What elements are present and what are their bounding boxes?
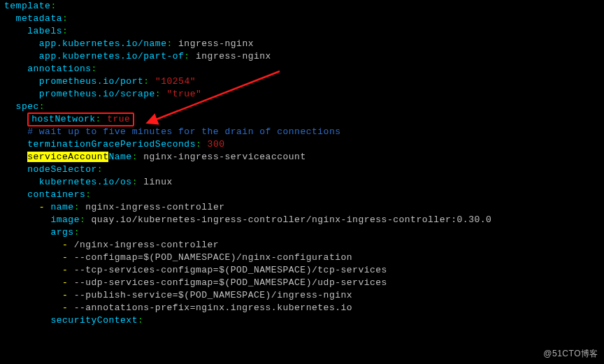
watermark-text: @51CTO博客	[543, 347, 598, 360]
host-network-highlight-box: hostNetwork: true	[27, 112, 134, 126]
yaml-colon: :	[39, 101, 45, 112]
yaml-key: annotations	[27, 64, 91, 74]
code-line: template:	[4, 0, 600, 13]
yaml-string-value: "10254"	[155, 76, 196, 87]
yaml-list-dash: -	[39, 202, 51, 212]
yaml-colon: :	[85, 189, 91, 200]
code-line: args:	[4, 226, 600, 239]
yaml-key: prometheus.io/port	[39, 76, 143, 87]
code-line: - --tcp-services-configmap=$(POD_NAMESPA…	[4, 264, 600, 277]
yaml-key: labels	[27, 26, 62, 36]
yaml-colon: :	[62, 26, 68, 36]
code-line: - name: nginx-ingress-controller	[4, 201, 600, 214]
yaml-key: terminationGracePeriodSeconds	[27, 139, 196, 150]
yaml-value: ingress-nginx	[190, 51, 271, 61]
yaml-key: Name	[108, 152, 131, 162]
yaml-key: securityContext	[50, 315, 138, 326]
code-line: image: quay.io/kubernetes-ingress-contro…	[4, 214, 600, 226]
yaml-key: args	[50, 227, 73, 238]
yaml-key: prometheus.io/scrape	[39, 89, 155, 99]
yaml-value: nginx-ingress-controller	[80, 202, 225, 212]
yaml-colon: :	[155, 89, 161, 99]
yaml-key: spec	[16, 101, 39, 112]
yaml-code-block: template: metadata: labels: app.kubernet…	[0, 0, 604, 327]
yaml-value: nginx-ingress-serviceaccount	[138, 152, 306, 162]
yaml-colon: :	[74, 227, 80, 238]
yaml-colon: :	[132, 152, 138, 162]
yaml-key: app.kubernetes.io/name	[39, 38, 167, 49]
code-line: serviceAccountName: nginx-ingress-servic…	[4, 151, 600, 163]
yaml-colon: :	[184, 51, 189, 61]
code-line: terminationGracePeriodSeconds: 300	[4, 138, 600, 151]
yaml-comment: # wait up to five minutes for the drain …	[27, 126, 340, 137]
yaml-colon: :	[80, 214, 85, 225]
yaml-key: app.kubernetes.io/part-of	[39, 51, 185, 61]
yaml-value	[150, 76, 155, 87]
code-line: metadata:	[4, 13, 600, 25]
yaml-value: --configmap=$(POD_NAMESPACE)/nginx-confi…	[74, 252, 352, 263]
code-line: containers:	[4, 189, 600, 201]
yaml-list-dash: -	[62, 277, 74, 288]
code-line: annotations:	[4, 63, 600, 75]
yaml-number-value: 300	[208, 139, 225, 150]
code-line: prometheus.io/scrape: "true"	[4, 88, 600, 101]
yaml-value: --publish-service=$(POD_NAMESPACE)/ingre…	[74, 290, 352, 300]
code-line: prometheus.io/port: "10254"	[4, 75, 600, 88]
yaml-colon: :	[138, 315, 143, 326]
code-line: nodeSelector:	[4, 163, 600, 176]
yaml-value	[101, 114, 107, 124]
yaml-list-dash: -	[62, 290, 74, 300]
yaml-string-value: "true"	[166, 89, 201, 99]
yaml-number-value: true	[107, 114, 130, 124]
code-line: - --annotations-prefix=nginx.ingress.kub…	[4, 302, 600, 314]
yaml-list-dash: -	[62, 252, 74, 263]
yaml-value: linux	[138, 177, 173, 187]
yaml-key: image	[50, 214, 80, 225]
yaml-key: name	[50, 202, 73, 212]
code-line: - --publish-service=$(POD_NAMESPACE)/ing…	[4, 289, 600, 302]
code-line: securityContext:	[4, 314, 600, 327]
yaml-colon: :	[62, 13, 68, 24]
code-line: spec:	[4, 101, 600, 113]
yaml-list-dash: -	[62, 265, 74, 275]
yaml-value: --tcp-services-configmap=$(POD_NAMESPACE…	[74, 265, 387, 275]
yaml-colon: :	[74, 202, 80, 212]
yaml-colon: :	[50, 1, 56, 11]
yaml-value: --udp-services-configmap=$(POD_NAMESPACE…	[74, 277, 387, 288]
code-line: # wait up to five minutes for the drain …	[4, 126, 600, 138]
yaml-value: ingress-nginx	[173, 38, 254, 49]
yaml-list-dash: -	[62, 240, 74, 250]
yaml-key: nodeSelector	[27, 164, 97, 175]
yaml-colon: :	[132, 177, 138, 187]
yaml-colon: :	[166, 38, 172, 49]
search-highlight: serviceAccount	[27, 152, 108, 162]
code-line: app.kubernetes.io/part-of: ingress-nginx	[4, 50, 600, 63]
code-line: - --udp-services-configmap=$(POD_NAMESPA…	[4, 277, 600, 289]
yaml-key: containers	[27, 189, 85, 200]
yaml-colon: :	[143, 76, 149, 87]
code-line: - --configmap=$(POD_NAMESPACE)/nginx-con…	[4, 252, 600, 264]
yaml-colon: :	[96, 114, 101, 124]
code-line: labels:	[4, 25, 600, 38]
code-line: - /nginx-ingress-controller	[4, 239, 600, 252]
yaml-value: --annotations-prefix=nginx.ingress.kuber…	[74, 303, 352, 313]
code-line: app.kubernetes.io/name: ingress-nginx	[4, 38, 600, 50]
yaml-value: /nginx-ingress-controller	[74, 240, 220, 250]
code-line: kubernetes.io/os: linux	[4, 176, 600, 189]
code-line: hostNetwork: true	[4, 113, 600, 126]
yaml-colon: :	[97, 164, 103, 175]
yaml-key: metadata	[16, 13, 62, 24]
yaml-key: template	[4, 1, 50, 11]
yaml-value: quay.io/kubernetes-ingress-controller/ng…	[85, 214, 491, 225]
yaml-key: hostNetwork	[31, 114, 95, 124]
yaml-key: kubernetes.io/os	[39, 177, 132, 187]
yaml-list-dash: -	[62, 303, 74, 313]
yaml-value	[201, 139, 207, 150]
yaml-colon: :	[92, 64, 97, 74]
